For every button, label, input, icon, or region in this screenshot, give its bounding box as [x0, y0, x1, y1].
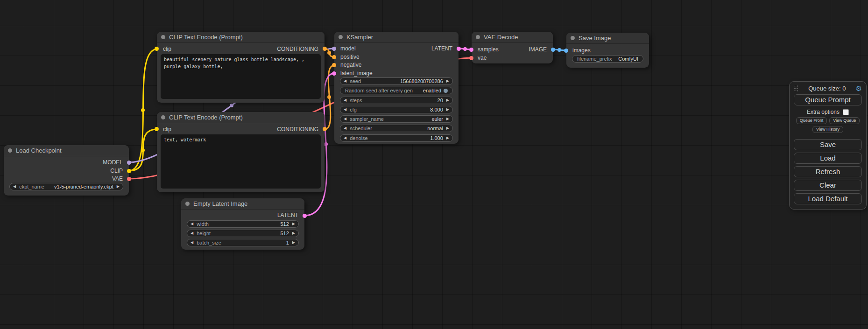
widget-batch-size[interactable]: ◀ batch_size 1 ▶ — [187, 239, 299, 246]
decrement-arrow-icon[interactable]: ◀ — [191, 241, 193, 245]
node-vae-decode: VAE Decode samples vae IMAGE — [472, 32, 553, 63]
output-slot-image[interactable] — [551, 48, 555, 52]
input-label-latent-image: latent_image — [340, 70, 373, 77]
link-midpoint-dot — [141, 108, 145, 112]
widget-label: Random seed after every gen — [345, 88, 413, 93]
queue-front-button[interactable]: Queue Front — [796, 117, 827, 124]
link-midpoint-dot — [463, 47, 467, 51]
clear-button[interactable]: Clear — [794, 180, 862, 191]
node-title-bar[interactable]: CLIP Text Encode (Prompt) — [157, 32, 325, 43]
load-default-button[interactable]: Load Default — [794, 193, 862, 204]
output-label-image: IMAGE — [529, 46, 547, 53]
increment-arrow-icon[interactable]: ▶ — [446, 108, 449, 112]
widget-label: batch_size — [197, 240, 221, 245]
decrement-arrow-icon[interactable]: ◀ — [191, 222, 193, 226]
queue-menu-panel: Queue size: 0 ⚙ Queue Prompt Extra optio… — [789, 81, 867, 210]
node-clip-text-encode-negative: CLIP Text Encode (Prompt) clip CONDITION… — [157, 112, 325, 192]
collapse-dot-icon[interactable] — [571, 36, 575, 40]
input-slot-latent-image[interactable] — [332, 71, 336, 76]
node-clip-text-encode-positive: CLIP Text Encode (Prompt) clip CONDITION… — [157, 32, 325, 103]
node-graph-canvas[interactable]: Load Checkpoint MODEL CLIP VAE ◀ ckpt_na… — [0, 0, 868, 329]
settings-gear-icon[interactable]: ⚙ — [856, 85, 862, 92]
node-title-bar[interactable]: Load Checkpoint — [4, 145, 129, 156]
output-slot-conditioning[interactable] — [323, 127, 327, 131]
queue-prompt-button[interactable]: Queue Prompt — [794, 94, 862, 105]
increment-arrow-icon[interactable]: ▶ — [292, 222, 295, 226]
output-slot-latent[interactable] — [303, 214, 307, 218]
widget-label: width — [197, 221, 209, 227]
node-save-image: Save Image images filename_prefix ComfyU… — [566, 33, 649, 68]
node-title-bar[interactable]: CLIP Text Encode (Prompt) — [157, 112, 325, 123]
collapse-dot-icon[interactable] — [476, 35, 480, 39]
decrement-arrow-icon[interactable]: ◀ — [344, 126, 346, 130]
output-slot-vae[interactable] — [127, 177, 131, 181]
link-midpoint-dot — [141, 148, 145, 152]
view-history-button[interactable]: View History — [812, 126, 843, 133]
increment-arrow-icon[interactable]: ▶ — [446, 117, 449, 121]
toggle-dot-icon[interactable] — [444, 89, 448, 93]
collapse-dot-icon[interactable] — [8, 148, 12, 153]
decrement-arrow-icon[interactable]: ◀ — [344, 79, 346, 83]
widget-denoise[interactable]: ◀ denoise 1.000 ▶ — [340, 134, 453, 142]
input-slot-clip[interactable] — [155, 47, 159, 51]
output-slot-clip[interactable] — [127, 169, 131, 173]
increment-arrow-icon[interactable]: ▶ — [446, 98, 449, 102]
widget-seed[interactable]: ◀ seed 156680208700286 ▶ — [340, 77, 453, 85]
input-slot-positive[interactable] — [332, 55, 336, 59]
drag-handle-icon[interactable] — [794, 85, 798, 92]
input-label-images: images — [572, 47, 591, 54]
decrement-arrow-icon[interactable]: ◀ — [191, 231, 193, 235]
extra-options-checkbox[interactable] — [843, 109, 849, 115]
widget-label: scheduler — [350, 126, 372, 131]
widget-value: 512 — [280, 231, 289, 236]
decrement-arrow-icon[interactable]: ◀ — [13, 185, 16, 189]
link-midpoint-dot — [327, 95, 331, 99]
input-slot-images[interactable] — [564, 49, 568, 53]
decrement-arrow-icon[interactable]: ◀ — [344, 136, 346, 140]
output-slot-conditioning[interactable] — [323, 47, 327, 51]
prompt-text-area[interactable]: text, watermark — [161, 134, 321, 189]
decrement-arrow-icon[interactable]: ◀ — [344, 98, 346, 102]
collapse-dot-icon[interactable] — [339, 35, 343, 39]
widget-ckpt-name[interactable]: ◀ ckpt_name v1-5-pruned-emaonly.ckpt ▶ — [9, 183, 123, 190]
increment-arrow-icon[interactable]: ▶ — [446, 126, 449, 130]
output-slot-model[interactable] — [127, 161, 131, 165]
collapse-dot-icon[interactable] — [161, 115, 165, 119]
increment-arrow-icon[interactable]: ▶ — [292, 241, 295, 245]
input-slot-negative[interactable] — [332, 63, 336, 67]
node-title-bar[interactable]: KSampler — [334, 32, 459, 43]
refresh-button[interactable]: Refresh — [794, 166, 862, 177]
increment-arrow-icon[interactable]: ▶ — [117, 185, 120, 189]
widget-control-after-generate[interactable]: Random seed after every gen enabled — [340, 87, 453, 94]
increment-arrow-icon[interactable]: ▶ — [446, 136, 449, 140]
widget-width[interactable]: ◀ width 512 ▶ — [187, 220, 299, 228]
widget-steps[interactable]: ◀ steps 20 ▶ — [340, 97, 453, 104]
node-title-bar[interactable]: Empty Latent Image — [181, 198, 304, 210]
increment-arrow-icon[interactable]: ▶ — [446, 79, 449, 83]
link-midpoint-dot — [324, 142, 328, 146]
decrement-arrow-icon[interactable]: ◀ — [344, 108, 346, 112]
widget-filename-prefix[interactable]: filename_prefix ComfyUI — [572, 55, 643, 63]
widget-scheduler[interactable]: ◀ scheduler normal ▶ — [340, 125, 453, 132]
decrement-arrow-icon[interactable]: ◀ — [344, 117, 346, 121]
input-slot-model[interactable] — [332, 47, 336, 51]
input-slot-samples[interactable] — [469, 48, 473, 52]
collapse-dot-icon[interactable] — [161, 35, 165, 39]
increment-arrow-icon[interactable]: ▶ — [292, 231, 295, 235]
widget-sampler-name[interactable]: ◀ sampler_name euler ▶ — [340, 115, 453, 123]
input-slot-clip[interactable] — [155, 127, 159, 131]
view-queue-button[interactable]: View Queue — [829, 117, 860, 124]
widget-height[interactable]: ◀ height 512 ▶ — [187, 230, 299, 237]
collapse-dot-icon[interactable] — [185, 202, 190, 206]
queue-actions-row: Queue Front View Queue — [790, 117, 866, 124]
widget-label: steps — [350, 98, 362, 103]
widget-cfg[interactable]: ◀ cfg 8.000 ▶ — [340, 106, 453, 113]
input-slot-vae[interactable] — [469, 56, 473, 60]
node-title-bar[interactable]: Save Image — [566, 33, 649, 44]
load-button[interactable]: Load — [794, 153, 862, 164]
node-title-bar[interactable]: VAE Decode — [472, 32, 553, 43]
prompt-text-area[interactable]: beautiful scenery nature glass bottle la… — [161, 54, 321, 99]
history-row: View History — [790, 126, 866, 133]
output-slot-latent[interactable] — [457, 47, 461, 51]
save-button[interactable]: Save — [794, 139, 862, 150]
